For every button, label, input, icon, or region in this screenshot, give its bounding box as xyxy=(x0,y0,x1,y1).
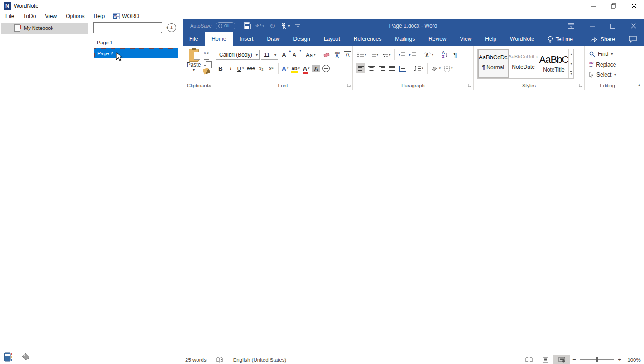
save-icon[interactable] xyxy=(242,21,253,31)
paste-button[interactable]: Paste ▾ xyxy=(185,49,203,80)
menu-todo[interactable]: ToDo xyxy=(19,12,39,20)
styles-dialog-launcher-icon[interactable] xyxy=(579,83,583,87)
autosave-toggle[interactable]: Off xyxy=(216,22,235,29)
style-notetitle[interactable]: AaBbC NoteTitle xyxy=(539,50,569,77)
language-status[interactable]: English (United States) xyxy=(233,357,287,363)
close-icon[interactable] xyxy=(624,1,644,11)
line-spacing-button[interactable]: ▾ xyxy=(413,63,424,73)
grow-font-button[interactable]: A▴ xyxy=(279,50,288,60)
distribute-button[interactable] xyxy=(398,63,407,73)
superscript-button[interactable]: x² xyxy=(267,63,276,73)
tab-draw[interactable]: Draw xyxy=(260,32,286,46)
shading-button[interactable]: ▾ xyxy=(430,63,442,73)
web-layout-icon[interactable] xyxy=(553,355,570,364)
asian-layout-button[interactable]: A ▾ xyxy=(423,50,435,60)
italic-button[interactable]: I xyxy=(226,63,235,73)
notebook-icon[interactable] xyxy=(4,352,12,362)
enclose-characters-button[interactable] xyxy=(322,63,331,73)
font-color-button[interactable]: A▾ xyxy=(302,63,311,73)
zoom-percentage[interactable]: 100% xyxy=(624,357,644,363)
redo-icon[interactable]: ↻ xyxy=(267,21,278,31)
my-notebook-button[interactable]: My Notebook xyxy=(1,23,88,34)
bold-button[interactable]: B xyxy=(216,63,225,73)
print-layout-icon[interactable] xyxy=(537,355,553,364)
justify-button[interactable] xyxy=(388,63,397,73)
decrease-indent-button[interactable] xyxy=(398,50,407,60)
paste-dropdown-icon[interactable]: ▾ xyxy=(185,68,203,72)
add-page-button[interactable]: + xyxy=(167,23,176,32)
word-close-icon[interactable] xyxy=(623,19,644,32)
styles-scroll-up-icon[interactable]: ▴ xyxy=(569,49,573,59)
phonetic-guide-button[interactable]: abcA xyxy=(332,50,341,60)
word-maximize-icon[interactable] xyxy=(602,19,623,32)
styles-scroll-down-icon[interactable]: ▾ xyxy=(569,59,573,68)
tab-design[interactable]: Design xyxy=(286,32,317,46)
tab-help[interactable]: Help xyxy=(478,32,503,46)
page-list-item[interactable]: Page 1 xyxy=(94,38,178,47)
search-input[interactable] xyxy=(94,23,166,32)
ribbon-display-options-icon[interactable] xyxy=(561,19,582,32)
select-button[interactable]: Select ▾ xyxy=(589,72,616,78)
tab-mailings[interactable]: Mailings xyxy=(388,32,422,46)
menu-file[interactable]: File xyxy=(2,12,18,20)
paragraph-dialog-launcher-icon[interactable] xyxy=(468,83,472,87)
zoom-slider[interactable] xyxy=(580,359,614,360)
restore-icon[interactable] xyxy=(603,1,624,11)
align-right-button[interactable] xyxy=(377,63,386,73)
find-button[interactable]: Find ▾ xyxy=(589,51,613,57)
tab-view[interactable]: View xyxy=(453,32,479,46)
shrink-font-button[interactable]: A▾ xyxy=(290,50,299,60)
clear-formatting-button[interactable] xyxy=(322,50,331,60)
comments-button[interactable] xyxy=(621,36,644,43)
zoom-in-button[interactable]: + xyxy=(615,356,624,363)
borders-button[interactable]: ▾ xyxy=(443,63,454,73)
document-canvas[interactable] xyxy=(183,90,644,355)
font-name-combo[interactable]: Calibri (Body) ▾ xyxy=(216,50,260,60)
minimize-icon[interactable] xyxy=(583,1,603,11)
strikethrough-button[interactable]: abc xyxy=(246,63,256,73)
bullets-button[interactable]: ▾ xyxy=(356,50,367,60)
touch-mouse-mode-icon[interactable]: ▾ xyxy=(280,21,291,31)
copy-icon[interactable] xyxy=(204,59,209,66)
share-button[interactable]: Share xyxy=(584,36,621,43)
menu-word[interactable]: w WORD xyxy=(110,12,142,20)
sort-button[interactable]: AZ ↓ xyxy=(440,50,449,60)
menu-help[interactable]: Help xyxy=(90,12,109,20)
menu-options[interactable]: Options xyxy=(62,12,88,20)
subscript-button[interactable]: x₂ xyxy=(257,63,266,73)
tab-file[interactable]: File xyxy=(183,32,205,46)
menu-view[interactable]: View xyxy=(41,12,60,20)
underline-button[interactable]: U▾ xyxy=(236,63,245,73)
read-mode-icon[interactable] xyxy=(521,355,537,364)
tab-home[interactable]: Home xyxy=(205,32,233,46)
word-count[interactable]: 25 words xyxy=(185,357,207,363)
align-left-button[interactable] xyxy=(356,63,365,73)
character-border-button[interactable]: A xyxy=(343,50,352,60)
show-hide-marks-button[interactable]: ¶ xyxy=(451,50,460,60)
style-notedate[interactable]: AaBbCcDdEe NoteDate xyxy=(509,50,538,77)
font-size-combo[interactable]: 11 ▾ xyxy=(261,50,278,60)
format-painter-icon[interactable] xyxy=(203,67,211,74)
font-dialog-launcher-icon[interactable] xyxy=(347,83,351,87)
replace-button[interactable]: ab ac Replace xyxy=(589,61,616,68)
tab-insert[interactable]: Insert xyxy=(233,32,260,46)
text-effects-button[interactable]: A▾ xyxy=(281,63,290,73)
clipboard-dialog-launcher-icon[interactable] xyxy=(207,83,211,87)
styles-more-icon[interactable]: ▾ xyxy=(569,69,573,78)
increase-indent-button[interactable] xyxy=(408,50,417,60)
align-center-button[interactable] xyxy=(367,63,376,73)
multilevel-list-button[interactable]: ▾ xyxy=(380,50,392,60)
tab-review[interactable]: Review xyxy=(422,32,453,46)
customize-qat-icon[interactable] xyxy=(293,21,303,31)
undo-icon[interactable]: ↶▾ xyxy=(255,21,265,31)
character-shading-button[interactable]: A xyxy=(312,63,321,73)
page-list-item-selected[interactable]: Page 2 xyxy=(94,48,178,58)
tab-layout[interactable]: Layout xyxy=(317,32,347,46)
tab-wordnote[interactable]: WordNote xyxy=(503,32,541,46)
tab-references[interactable]: References xyxy=(347,32,388,46)
tag-icon[interactable] xyxy=(21,353,30,361)
tell-me-box[interactable]: Tell me xyxy=(541,32,579,46)
zoom-slider-thumb[interactable] xyxy=(596,357,598,362)
proofing-icon[interactable] xyxy=(216,357,223,363)
cut-icon[interactable]: ✂ xyxy=(204,50,209,57)
